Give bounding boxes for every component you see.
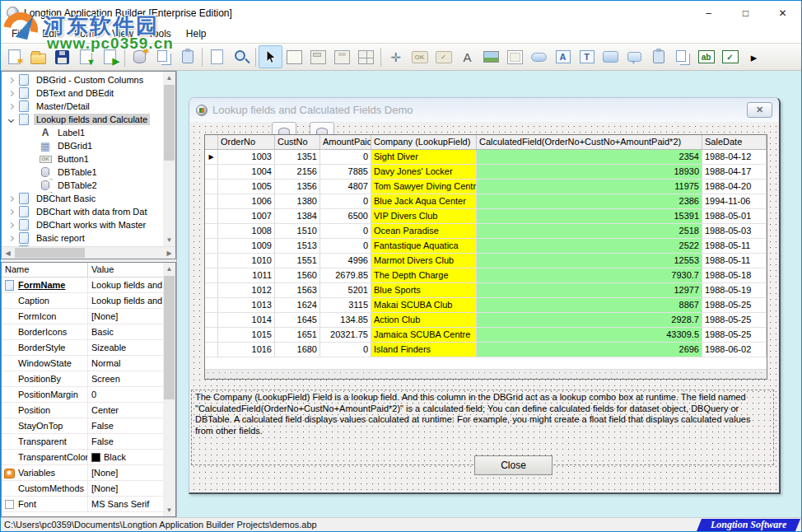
demo-form-title-bar[interactable]: Lookup fields and Calculated Fields Demo… <box>189 98 779 122</box>
property-value[interactable]: Basic <box>88 324 163 339</box>
table-cell[interactable]: 1012 <box>218 283 275 297</box>
property-value[interactable]: False <box>88 418 163 433</box>
tree-item-dbchart-with-data-from-dat[interactable]: DBChart with data from Dat <box>2 205 163 218</box>
property-row-positionby[interactable]: PositionByScreen <box>2 371 163 387</box>
chevron-right-icon[interactable] <box>7 208 15 216</box>
label-tool-icon[interactable]: A <box>455 45 479 68</box>
pagecontrol-tool-icon[interactable] <box>354 45 378 68</box>
table-cell[interactable]: 0 <box>320 150 371 164</box>
table-cell[interactable]: 0 <box>320 224 371 238</box>
table-cell[interactable]: 1560 <box>275 268 320 282</box>
demo-form-close-icon[interactable]: ✕ <box>747 102 772 118</box>
table-cell[interactable]: 15391 <box>477 209 702 223</box>
table-cell[interactable]: 1988-05-01 <box>702 209 767 223</box>
table-cell[interactable]: 1351 <box>275 150 320 164</box>
table-cell[interactable]: 0 <box>320 194 371 208</box>
table-row[interactable]: 100513564807Tom Sawyer Diving Centr11975… <box>205 180 767 194</box>
clipboard-tool-icon[interactable] <box>646 45 670 68</box>
scroll-down-icon[interactable]: ▼ <box>163 504 175 516</box>
property-value[interactable]: [None] <box>88 481 163 496</box>
table-cell[interactable]: 7930.7 <box>477 268 702 282</box>
property-value[interactable]: 0 <box>88 387 163 402</box>
table-row[interactable]: 1015165120321.75Jamaica SCUBA Centre4330… <box>205 328 767 343</box>
table-cell[interactable]: 20321.75 <box>320 328 371 342</box>
table-cell[interactable]: 1010 <box>218 254 275 268</box>
table-cell[interactable]: Marmot Divers Club <box>371 254 477 268</box>
more-tools-icon[interactable]: ▸ <box>742 45 766 68</box>
select-tool-icon[interactable] <box>259 45 282 68</box>
property-value[interactable]: Black <box>88 450 163 464</box>
table-row[interactable]: 101616800Island Finders26961988-06-02 <box>205 343 767 357</box>
table-cell[interactable]: 12553 <box>477 254 702 268</box>
tree-item-lookup-fields-and-calculate[interactable]: Lookup fields and Calculate <box>2 113 163 126</box>
property-row-formname[interactable]: FormNameLookup fields and <box>2 278 163 293</box>
hint-tool-icon[interactable] <box>622 45 646 68</box>
menu-edit[interactable]: Edit <box>35 26 67 41</box>
checkbox-tool-icon[interactable]: ✓ <box>431 45 455 68</box>
table-row[interactable]: 100815100Ocean Paradise25181988-05-03 <box>205 224 767 239</box>
tree-item-dbchart-basic[interactable]: DBChart Basic <box>2 192 163 205</box>
frame-tool-icon[interactable] <box>282 45 306 68</box>
table-cell[interactable]: 1006 <box>218 194 275 208</box>
button-tool-icon[interactable]: OK <box>408 45 431 68</box>
table-cell[interactable]: 2696 <box>477 343 702 357</box>
edit-tool-icon[interactable]: ab <box>694 45 718 68</box>
chevron-down-icon[interactable] <box>7 115 15 124</box>
image-tool-icon[interactable] <box>479 45 503 68</box>
new-project-icon[interactable]: ✶ <box>2 45 26 68</box>
menu-view[interactable]: View <box>105 26 141 41</box>
text-tool-icon[interactable]: T <box>575 45 599 68</box>
table-cell[interactable]: 1007 <box>218 209 275 223</box>
property-row-borderstyle[interactable]: BorderStyleSizeable <box>2 340 163 356</box>
chevron-right-icon[interactable] <box>7 76 15 84</box>
tree-item-label1[interactable]: ALabel1 <box>2 126 163 139</box>
table-cell[interactable]: 3115 <box>320 298 371 312</box>
table-cell[interactable]: 1510 <box>275 224 320 238</box>
table-cell[interactable]: 2156 <box>275 165 320 179</box>
scroll-up-icon[interactable]: ▲ <box>163 263 175 275</box>
table-cell[interactable]: Blue Sports <box>371 283 477 297</box>
demo-form-client[interactable]: OrderNoCustNoAmountPaidCompany (LookupFi… <box>189 122 779 492</box>
minimize-button[interactable]: – <box>690 1 727 25</box>
dbcheckbox-tool-icon[interactable]: ✓ <box>718 45 742 68</box>
column-header-orderno[interactable]: OrderNo <box>218 135 275 149</box>
table-cell[interactable]: 2518 <box>477 224 702 238</box>
table-cell[interactable]: 1015 <box>218 328 275 342</box>
property-value[interactable]: Normal <box>88 356 163 371</box>
table-cell[interactable]: 1988-04-12 <box>702 150 767 164</box>
splitter-tool-icon[interactable]: ✛ <box>384 45 408 68</box>
table-cell[interactable]: 1988-05-11 <box>702 239 767 253</box>
table-cell[interactable]: 0 <box>320 343 371 357</box>
table-cell[interactable]: 1988-04-17 <box>702 165 767 179</box>
table-cell[interactable]: Island Finders <box>371 343 477 357</box>
scroll-thumb[interactable] <box>15 248 85 258</box>
table-cell[interactable]: 7885 <box>320 165 371 179</box>
property-value[interactable]: [None] <box>88 465 163 480</box>
table-cell[interactable]: 2522 <box>477 239 702 253</box>
table-cell[interactable]: 1016 <box>218 343 275 357</box>
tree-vertical-scrollbar[interactable]: ▲ ▼ <box>163 72 175 246</box>
chevron-right-icon[interactable] <box>7 234 15 242</box>
copy-icon[interactable] <box>152 45 175 68</box>
table-cell[interactable]: 1988-04-20 <box>702 180 767 194</box>
table-cell[interactable]: 0 <box>320 239 371 253</box>
scroll-left-icon[interactable]: ◀ <box>2 247 14 259</box>
table-cell[interactable]: 1994-11-06 <box>702 194 767 208</box>
table-cell[interactable]: 11975 <box>477 180 702 194</box>
table-cell[interactable]: 1513 <box>275 239 320 253</box>
table-cell[interactable]: 1988-05-11 <box>702 254 767 268</box>
table-cell[interactable]: Tom Sawyer Diving Centr <box>371 180 477 194</box>
table-row[interactable]: 101015514996Marmot Divers Club125531988-… <box>205 254 767 268</box>
table-row[interactable]: ▶100313510Sight Diver23541988-04-12 <box>205 150 767 165</box>
chevron-right-icon[interactable] <box>7 102 15 110</box>
chevron-right-icon[interactable] <box>7 221 15 229</box>
table-cell[interactable]: 1014 <box>218 313 275 327</box>
description-label[interactable]: The Company (LookupField) Field is a loo… <box>191 390 774 465</box>
tree-item-dbtable1[interactable]: DBTable1 <box>2 166 163 179</box>
table-cell[interactable]: 1563 <box>275 283 320 297</box>
table-cell[interactable]: 1988-05-18 <box>702 268 767 282</box>
property-row-bordericons[interactable]: BorderIconsBasic <box>2 324 163 340</box>
table-cell[interactable]: Ocean Paradise <box>371 224 477 238</box>
property-row-caption[interactable]: CaptionLookup fields and <box>2 293 163 309</box>
table-cell[interactable]: 1009 <box>218 239 275 253</box>
